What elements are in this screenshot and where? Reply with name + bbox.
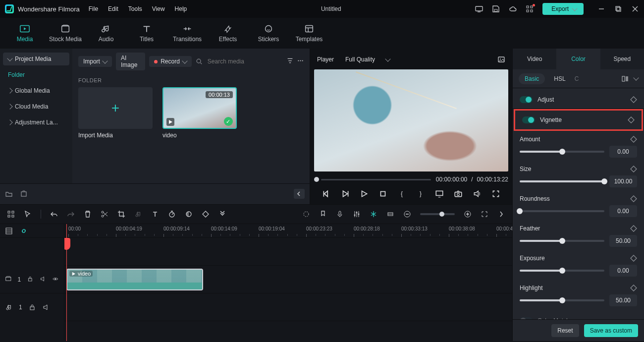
vignette-toggle[interactable] (522, 116, 535, 123)
display-icon[interactable] (435, 189, 444, 198)
overflow-icon[interactable] (218, 210, 226, 218)
sub-tab-hsl[interactable]: HSL (554, 75, 565, 82)
prev-frame-icon[interactable] (322, 189, 331, 198)
media-item-video[interactable]: 00:00:13 ✓ video (162, 87, 237, 139)
redo-icon[interactable] (67, 210, 75, 218)
delete-icon[interactable] (84, 210, 92, 218)
import-tile[interactable]: + Import Media (78, 87, 153, 139)
search-input[interactable] (207, 57, 283, 65)
timeline-menu-icon[interactable] (497, 210, 505, 218)
prop-tab-speed[interactable]: Speed (600, 49, 644, 69)
tab-titles[interactable]: Titles (129, 24, 164, 43)
color-match-toggle[interactable] (520, 317, 533, 319)
keyframe-tool-icon[interactable] (202, 210, 210, 218)
apps-icon[interactable] (526, 5, 534, 13)
sidebar-item-global[interactable]: Global Media (3, 84, 69, 97)
audio-detach-icon[interactable] (134, 210, 142, 218)
text-icon[interactable] (151, 210, 159, 218)
device-icon[interactable] (475, 5, 483, 13)
voiceover-icon[interactable] (336, 210, 344, 218)
slider-track[interactable] (520, 180, 604, 182)
save-custom-button[interactable]: Save as custom (584, 324, 638, 337)
slider-value[interactable]: 50.00 (609, 235, 637, 247)
timeline-clip[interactable]: video (66, 269, 203, 290)
reset-button[interactable]: Reset (551, 324, 579, 337)
video-track-header[interactable]: 1 (0, 266, 64, 293)
sub-tab-basic[interactable]: Basic (519, 73, 545, 84)
import-button[interactable]: Import (78, 56, 112, 67)
adjust-row[interactable]: Adjust (513, 90, 644, 109)
sub-tab-curves[interactable]: C (575, 75, 579, 82)
record-button[interactable]: Record (149, 56, 192, 67)
menu-view[interactable]: View (152, 5, 165, 12)
mark-in-icon[interactable]: { (397, 189, 406, 198)
keyframe-icon[interactable] (630, 136, 637, 143)
tab-audio[interactable]: Audio (88, 24, 124, 43)
slider-value[interactable]: 50.00 (609, 294, 637, 306)
video-track[interactable]: video (64, 266, 512, 293)
maximize-icon[interactable] (614, 5, 622, 13)
vignette-row[interactable]: Vignette (515, 111, 642, 129)
tab-stickers[interactable]: Stickers (251, 24, 286, 43)
slider-value[interactable]: 0.00 (609, 205, 637, 217)
sidebar-item-cloud[interactable]: Cloud Media (3, 100, 69, 113)
time-ruler[interactable]: 00:0000:00:04:1900:00:09:1400:00:14:0900… (64, 224, 512, 238)
snapshot-settings-icon[interactable] (497, 56, 505, 63)
color-icon[interactable] (185, 210, 193, 218)
zoom-slider[interactable] (420, 213, 455, 215)
chevron-down-icon[interactable] (633, 75, 639, 80)
tab-templates[interactable]: Templates (291, 24, 327, 43)
preview-seekbar[interactable]: 00:00:00:00 / 00:00:13:22 (314, 174, 508, 184)
slider-track[interactable] (520, 240, 604, 242)
slider-value[interactable]: 0.00 (609, 146, 637, 158)
slider-track[interactable] (520, 270, 604, 272)
tab-transitions[interactable]: Transitions (169, 24, 205, 43)
split-icon[interactable] (101, 210, 108, 218)
track-manager-icon[interactable] (5, 227, 13, 235)
link-icon[interactable] (20, 227, 28, 235)
menu-tools[interactable]: Tools (128, 5, 142, 12)
keyframe-icon[interactable] (630, 225, 637, 232)
tl-apps-icon[interactable] (7, 210, 15, 218)
export-button[interactable]: Export (542, 3, 584, 15)
keyframe-icon[interactable] (630, 166, 637, 172)
fullscreen-icon[interactable] (491, 189, 500, 198)
auto-ripple-icon[interactable] (370, 210, 377, 218)
prop-tab-video[interactable]: Video (513, 49, 556, 69)
preview-video[interactable] (314, 69, 508, 171)
mixer-icon[interactable] (353, 210, 361, 218)
collapse-sidebar-icon[interactable] (294, 189, 305, 199)
audio-track-header[interactable]: 1 (0, 293, 64, 321)
ai-image-button[interactable]: AI Image (116, 53, 145, 70)
more-icon[interactable] (297, 57, 304, 65)
slider-track[interactable] (520, 151, 604, 153)
mute-icon[interactable] (40, 276, 47, 284)
filter-icon[interactable] (287, 57, 293, 65)
compare-icon[interactable] (621, 75, 629, 83)
keyframe-icon[interactable] (628, 116, 635, 123)
prop-tab-color[interactable]: Color (556, 49, 600, 69)
stop-icon[interactable] (378, 189, 387, 198)
render-icon[interactable] (302, 210, 310, 218)
selection-tool-icon[interactable] (24, 210, 32, 218)
quality-select[interactable]: Full Quality (341, 54, 394, 65)
cloud-icon[interactable] (509, 5, 517, 13)
project-media-header[interactable]: Project Media (3, 53, 69, 65)
play-back-icon[interactable] (341, 189, 350, 198)
slider-value[interactable]: 100.00 (609, 175, 637, 187)
menu-help[interactable]: Help (175, 5, 187, 12)
color-match-row[interactable]: Color Match (513, 311, 644, 319)
keyframe-icon[interactable] (630, 255, 637, 262)
marker-icon[interactable] (319, 210, 327, 218)
mark-out-icon[interactable]: } (416, 189, 425, 198)
keyframe-icon[interactable] (630, 285, 637, 291)
new-folder-icon[interactable] (5, 190, 13, 198)
slider-track[interactable] (520, 299, 604, 301)
tab-effects[interactable]: Effects (210, 24, 246, 43)
save-icon[interactable] (492, 5, 500, 13)
keyframe-icon[interactable] (630, 195, 637, 202)
tab-stock-media[interactable]: Stock Media (48, 24, 83, 43)
crop-icon[interactable] (117, 210, 125, 218)
playhead[interactable] (66, 224, 67, 341)
close-icon[interactable] (631, 5, 639, 13)
